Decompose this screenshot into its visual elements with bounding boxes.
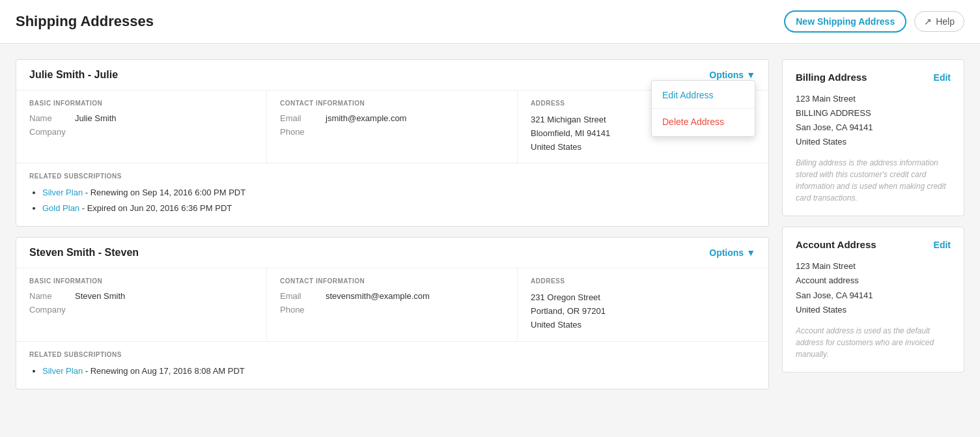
account-address-edit-link[interactable]: Edit <box>934 240 951 250</box>
chevron-down-icon: ▼ <box>746 247 755 258</box>
options-button-julie[interactable]: Options ▼ <box>709 70 755 80</box>
contact-info-julie: CONTACT INFORMATION Email jsmith@example… <box>267 91 518 163</box>
chevron-down-icon: ▼ <box>746 70 755 80</box>
external-link-icon: ↗ <box>924 16 932 27</box>
list-item: Silver Plan - Renewing on Sep 14, 2016 6… <box>42 186 755 199</box>
subscriptions-julie: RELATED SUBSCRIPTIONS Silver Plan - Rene… <box>16 163 768 226</box>
card-name-julie: Julie Smith - Julie <box>29 69 118 81</box>
account-address-card: Account Address Edit 123 Main Street Acc… <box>782 227 964 372</box>
billing-card-header: Billing Address Edit <box>796 72 951 83</box>
name-row-julie: Name Julie Smith <box>29 113 253 123</box>
delete-address-button-julie[interactable]: Delete Address <box>652 110 755 134</box>
options-dropdown-julie: Options ▼ Edit Address Delete Address <box>709 70 755 80</box>
address-steven: ADDRESS 231 Oregon Street Portland, OR 9… <box>518 268 768 341</box>
main-content: Julie Smith - Julie Options ▼ Edit Addre… <box>0 44 980 405</box>
card-header-steven: Steven Smith - Steven Options ▼ <box>16 238 768 268</box>
company-row-julie: Company <box>29 127 253 137</box>
name-row-steven: Name Steven Smith <box>29 291 253 301</box>
account-card-header: Account Address Edit <box>796 239 951 250</box>
card-header-julie: Julie Smith - Julie Options ▼ Edit Addre… <box>16 60 768 91</box>
billing-address-lines: 123 Main Street BILLING ADDRESS San Jose… <box>796 92 951 149</box>
silver-plan-link-julie[interactable]: Silver Plan <box>42 188 83 197</box>
account-address-lines: 123 Main Street Account address San Jose… <box>796 259 951 317</box>
list-item: Silver Plan - Renewing on Aug 17, 2016 8… <box>42 365 755 378</box>
header-actions: New Shipping Address ↗ Help <box>784 10 964 33</box>
subscriptions-steven: RELATED SUBSCRIPTIONS Silver Plan - Rene… <box>16 342 768 389</box>
left-panel: Julie Smith - Julie Options ▼ Edit Addre… <box>16 59 769 389</box>
options-dropdown-menu-julie: Edit Address Delete Address <box>651 80 755 137</box>
contact-info-steven: CONTACT INFORMATION Email stevensmith@ex… <box>267 268 518 341</box>
edit-address-button-julie[interactable]: Edit Address <box>652 83 755 107</box>
account-address-title: Account Address <box>796 239 876 250</box>
phone-row-julie: Phone <box>280 127 504 137</box>
subscription-list-steven: Silver Plan - Renewing on Aug 17, 2016 8… <box>29 365 755 378</box>
info-grid-steven: BASIC INFORMATION Name Steven Smith Comp… <box>16 268 768 341</box>
page-title: Shipping Addresses <box>16 13 154 30</box>
new-shipping-address-button[interactable]: New Shipping Address <box>784 10 906 33</box>
basic-info-steven: BASIC INFORMATION Name Steven Smith Comp… <box>16 268 267 341</box>
page-header: Shipping Addresses New Shipping Address … <box>0 0 980 44</box>
address-card-steven: Steven Smith - Steven Options ▼ BASIC IN… <box>16 237 769 389</box>
address-card-julie: Julie Smith - Julie Options ▼ Edit Addre… <box>16 59 769 227</box>
phone-row-steven: Phone <box>280 305 504 315</box>
account-address-note: Account address is used as the default a… <box>796 325 951 360</box>
silver-plan-link-steven[interactable]: Silver Plan <box>42 366 83 376</box>
options-dropdown-steven: Options ▼ <box>709 247 755 258</box>
email-row-julie: Email jsmith@example.com <box>280 113 504 123</box>
billing-address-edit-link[interactable]: Edit <box>934 72 951 83</box>
help-button[interactable]: ↗ Help <box>914 11 964 32</box>
right-panel: Billing Address Edit 123 Main Street BIL… <box>782 59 964 389</box>
list-item: Gold Plan - Expired on Jun 20, 2016 6:36… <box>42 202 755 215</box>
card-name-steven: Steven Smith - Steven <box>29 247 139 259</box>
options-button-steven[interactable]: Options ▼ <box>709 247 755 258</box>
gold-plan-link-julie[interactable]: Gold Plan <box>42 203 79 213</box>
billing-address-title: Billing Address <box>796 72 867 83</box>
basic-info-julie: BASIC INFORMATION Name Julie Smith Compa… <box>16 91 267 163</box>
billing-address-note: Billing address is the address informati… <box>796 157 951 204</box>
billing-address-card: Billing Address Edit 123 Main Street BIL… <box>782 59 964 216</box>
company-row-steven: Company <box>29 305 253 315</box>
email-row-steven: Email stevensmith@example.com <box>280 291 504 301</box>
dropdown-divider <box>652 108 755 109</box>
subscription-list-julie: Silver Plan - Renewing on Sep 14, 2016 6… <box>29 186 755 214</box>
